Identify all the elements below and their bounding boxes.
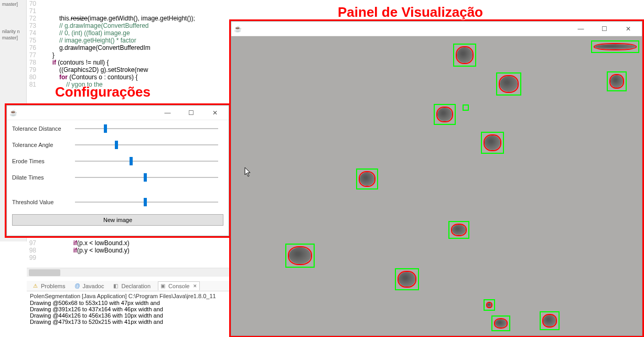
sidebar-item[interactable]: master] <box>1 35 25 41</box>
mouse-cursor <box>244 167 252 177</box>
code-line-80[interactable]: 80 for (Contours o : contours) { <box>27 73 137 81</box>
code-line-71[interactable]: 71 <box>27 7 38 15</box>
tab-problems[interactable]: ⚠Problems <box>31 282 67 290</box>
slider-track[interactable] <box>75 202 218 203</box>
slider-thumb[interactable] <box>130 157 133 165</box>
console-panel[interactable]: PolenSegmentation [Java Application] C:\… <box>27 291 231 336</box>
code-text: if(p.x < lowBound.x) <box>38 239 130 247</box>
code-line-70[interactable]: 70 <box>27 0 38 7</box>
detection-box-0 <box>453 44 476 67</box>
slider-track[interactable] <box>75 144 218 145</box>
detection-box-13 <box>591 40 639 53</box>
slider-row-tolerance-distance: Tolerance Distance <box>7 120 229 136</box>
console-header: PolenSegmentation [Java Application] C:\… <box>30 292 228 300</box>
maximize-button[interactable]: ☐ <box>593 23 616 35</box>
detection-box-7 <box>448 221 469 239</box>
slider-thumb[interactable] <box>115 141 118 149</box>
code-line-74[interactable]: 74 // 0, (int) ((float) image.ge <box>27 29 130 37</box>
line-number: 81 <box>27 81 38 88</box>
slider-label: Tolerance Distance <box>12 125 75 132</box>
javadoc-icon: @ <box>74 283 81 289</box>
code-line-76[interactable]: 76 g.drawImage(ConvertBufferedIm <box>27 44 151 51</box>
slider-label: Tolerance Angle <box>12 142 75 148</box>
code-line-98[interactable]: 98 if(p.y < lowBound.y) <box>27 247 130 254</box>
detection-contour <box>288 246 312 265</box>
code-line-78[interactable]: 78 if (contours != null) { <box>27 59 109 66</box>
detection-contour <box>594 43 637 50</box>
code-text: g.drawImage(ConvertBufferedIm <box>38 44 151 51</box>
detection-box-6 <box>356 168 378 189</box>
code-text: ((Graphics2D) g).setStroke(new <box>38 66 148 73</box>
code-line-72[interactable]: 72 this.resize(image.getWidth(), image.g… <box>27 15 195 22</box>
line-number: 98 <box>27 247 38 254</box>
java-icon: ☕ <box>233 25 242 33</box>
code-line-77[interactable]: 77 } <box>27 51 55 59</box>
tab-label: Console <box>168 283 189 289</box>
slider-row-tolerance-angle: Tolerance Angle <box>7 136 229 153</box>
annotation-config-label: Configurações <box>55 84 151 100</box>
new-image-button[interactable]: New image <box>12 214 223 226</box>
slider-row-threshold-value: Threshold Value <box>7 194 229 210</box>
line-number: 75 <box>27 37 38 44</box>
code-text: for (Contours o : contours) { <box>38 73 137 81</box>
scrollbar-thumb[interactable] <box>29 269 60 276</box>
minimize-button[interactable]: — <box>569 23 593 35</box>
line-number: 72 <box>27 15 38 22</box>
detection-contour <box>398 271 416 288</box>
slider-track[interactable] <box>75 128 218 129</box>
line-number: 77 <box>27 51 38 59</box>
detection-box-1 <box>496 72 521 96</box>
detection-contour <box>542 314 557 328</box>
tab-close-icon[interactable]: ✕ <box>193 283 197 289</box>
close-button[interactable]: ✕ <box>616 23 640 35</box>
code-line-75[interactable]: 75 // image.getHeight() * factor <box>27 37 136 44</box>
code-line-97[interactable]: 97 if(p.x < lowBound.x) <box>27 239 130 247</box>
slider-thumb[interactable] <box>144 198 147 206</box>
detection-contour <box>436 107 453 122</box>
tab-label: Problems <box>41 283 65 289</box>
line-number: 70 <box>27 0 38 7</box>
code-line-79[interactable]: 79 ((Graphics2D) g).setStroke(new <box>27 66 148 73</box>
slider-track[interactable] <box>75 161 218 162</box>
detection-box-3 <box>434 104 456 125</box>
slider-row-erode-times: Erode Times <box>7 153 229 169</box>
code-text: this.resize(image.getWidth(), image.getH… <box>38 15 195 22</box>
bottom-tab-bar: ⚠Problems@Javadoc◧Declaration▣Console✕ <box>27 281 231 291</box>
tab-javadoc[interactable]: @Javadoc <box>72 282 106 290</box>
slider-label: Erode Times <box>12 158 75 164</box>
detection-box-11 <box>491 315 510 331</box>
line-number: 73 <box>27 22 38 29</box>
slider-thumb[interactable] <box>104 124 107 133</box>
detection-box-12 <box>540 311 560 330</box>
slider-label: Threshold Value <box>12 199 75 205</box>
maximize-button[interactable]: ☐ <box>179 107 203 119</box>
code-line-73[interactable]: 73 // g.drawImage(ConvertBuffered <box>27 22 149 29</box>
sidebar-item[interactable]: master] <box>1 1 25 7</box>
viz-titlebar[interactable]: ☕ — ☐ ✕ <box>231 22 642 36</box>
line-number: 71 <box>27 7 38 15</box>
config-window: ☕ — ☐ ✕ Tolerance DistanceTolerance Angl… <box>6 105 229 236</box>
console-line: Drawing @506x68 to 553x110 with 47px wid… <box>30 300 228 306</box>
minimize-button[interactable]: — <box>156 107 179 119</box>
detection-contour <box>456 46 474 64</box>
slider-track[interactable] <box>75 177 218 178</box>
config-titlebar[interactable]: ☕ — ☐ ✕ <box>7 106 229 120</box>
tab-declaration[interactable]: ◧Declaration <box>111 282 153 290</box>
slider-thumb[interactable] <box>144 173 147 182</box>
code-text: // image.getHeight() * factor <box>38 37 136 44</box>
code-text: // 0, (int) ((float) image.ge <box>38 29 130 37</box>
code-text: } <box>38 51 55 59</box>
detection-box-5 <box>481 132 504 154</box>
detection-box-9 <box>395 268 419 290</box>
line-number: 74 <box>27 29 38 37</box>
java-icon: ☕ <box>9 109 17 117</box>
horizontal-scrollbar[interactable] <box>27 268 231 277</box>
viz-canvas <box>231 36 642 335</box>
close-button[interactable]: ✕ <box>203 107 227 119</box>
detection-box-8 <box>285 244 315 268</box>
console-line: Drawing @479x173 to 520x215 with 41px wi… <box>30 319 228 325</box>
code-line-99[interactable]: 99 <box>27 254 38 261</box>
detection-contour <box>484 134 501 151</box>
sidebar-item[interactable]: nilarity n <box>1 28 25 35</box>
tab-console[interactable]: ▣Console✕ <box>158 281 200 290</box>
